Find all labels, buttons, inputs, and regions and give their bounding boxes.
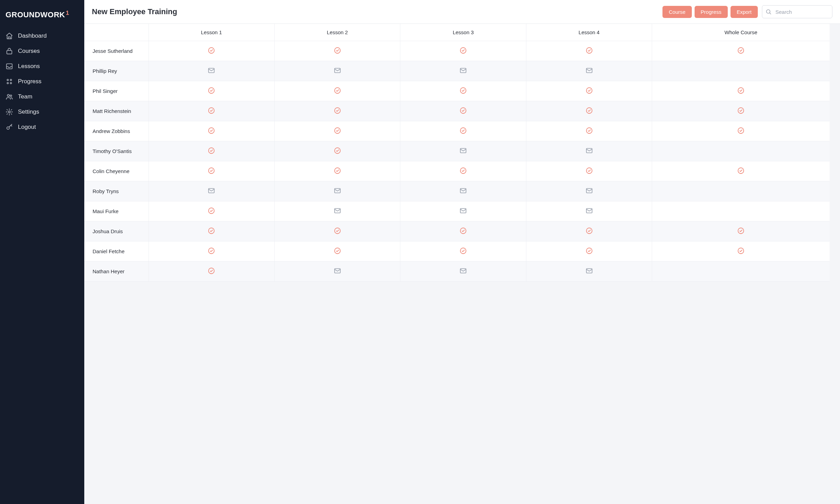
svg-point-54 [334,228,340,234]
svg-point-62 [738,248,744,254]
sidebar-item-lessons[interactable]: Lessons [0,59,84,74]
mail-icon [459,147,467,154]
status-cell [526,241,652,261]
sidebar-item-label: Logout [18,124,36,131]
status-cell [652,121,830,141]
person-name: Joshua Druis [84,221,149,241]
status-cell [149,141,274,161]
check-circle-icon [208,87,215,94]
table-row: Joshua Druis [84,221,830,241]
status-cell [526,121,652,141]
table-row: Daniel Fetche [84,241,830,261]
column-header-lesson-3: Lesson 3 [400,24,526,41]
key-icon [6,123,13,131]
column-header-lesson-4: Lesson 4 [526,24,652,41]
svg-point-14 [460,48,466,54]
status-cell [149,81,274,101]
brand-accent: 1 [66,10,69,17]
svg-point-34 [586,128,592,134]
sidebar-item-courses[interactable]: Courses [0,44,84,59]
inbox-icon [6,63,13,70]
status-cell [652,241,830,261]
sidebar-item-label: Courses [18,48,40,55]
export-button[interactable]: Export [731,6,758,18]
sidebar-item-progress[interactable]: Progress [0,74,84,89]
status-cell [274,221,400,241]
svg-point-40 [209,168,214,174]
table-row: Jesse Sutherland [84,41,830,61]
status-cell [149,221,274,241]
status-cell [652,161,830,181]
status-cell [400,61,526,81]
status-cell [526,41,652,61]
check-circle-icon [334,227,341,235]
status-cell [652,261,830,282]
svg-line-11 [770,13,771,14]
mail-icon [208,187,215,194]
sidebar-item-team[interactable]: Team [0,89,84,104]
mail-icon [459,67,467,74]
svg-point-6 [7,94,9,96]
svg-point-43 [586,168,592,174]
status-cell [526,61,652,81]
check-circle-icon [737,107,745,114]
table-row: Matt Richenstein [84,101,830,121]
status-cell [652,61,830,81]
svg-point-26 [209,108,214,114]
status-cell [274,121,400,141]
svg-point-61 [586,248,592,254]
svg-point-56 [586,228,592,234]
check-circle-icon [459,87,467,94]
brand-logo: GROUNDWORK1 [0,6,84,28]
svg-point-30 [738,108,744,114]
check-circle-icon [459,227,467,235]
check-circle-icon [737,127,745,134]
svg-point-32 [334,128,340,134]
sidebar-item-settings[interactable]: Settings [0,104,84,120]
check-circle-icon [737,227,745,235]
status-cell [149,201,274,221]
status-cell [149,261,274,282]
check-circle-icon [334,87,341,94]
person-name: Jesse Sutherland [84,41,149,61]
svg-point-49 [209,208,214,214]
person-name: Maui Furke [84,201,149,221]
status-cell [149,41,274,61]
svg-point-27 [334,108,340,114]
mail-icon [334,187,341,194]
sidebar-item-dashboard[interactable]: Dashboard [0,28,84,44]
status-cell [652,101,830,121]
status-cell [526,81,652,101]
person-name: Phillip Rey [84,61,149,81]
mail-icon [585,267,593,275]
sidebar-item-logout[interactable]: Logout [0,120,84,135]
check-circle-icon [585,227,593,235]
table-row: Roby Tryns [84,181,830,201]
svg-point-13 [334,48,340,54]
status-cell [526,221,652,241]
person-name: Phil Singer [84,81,149,101]
svg-point-22 [334,88,340,94]
svg-point-35 [738,128,744,134]
svg-point-31 [209,128,214,134]
person-name: Timothy O'Santis [84,141,149,161]
sidebar-item-label: Dashboard [18,32,47,39]
person-name: Colin Cheyenne [84,161,149,181]
mail-icon [459,207,467,215]
course-button[interactable]: Course [662,6,691,18]
check-circle-icon [208,227,215,235]
mail-icon [459,267,467,275]
check-circle-icon [585,47,593,54]
progress-button[interactable]: Progress [695,6,728,18]
svg-point-10 [766,10,770,13]
table-row: Timothy O'Santis [84,141,830,161]
status-cell [274,81,400,101]
search-input[interactable] [762,5,832,18]
svg-point-23 [460,88,466,94]
svg-point-42 [460,168,466,174]
check-circle-icon [585,87,593,94]
svg-point-37 [334,148,340,154]
progress-table-wrap: Lesson 1Lesson 2Lesson 3Lesson 4Whole Co… [84,24,840,282]
status-cell [274,241,400,261]
status-cell [149,181,274,201]
